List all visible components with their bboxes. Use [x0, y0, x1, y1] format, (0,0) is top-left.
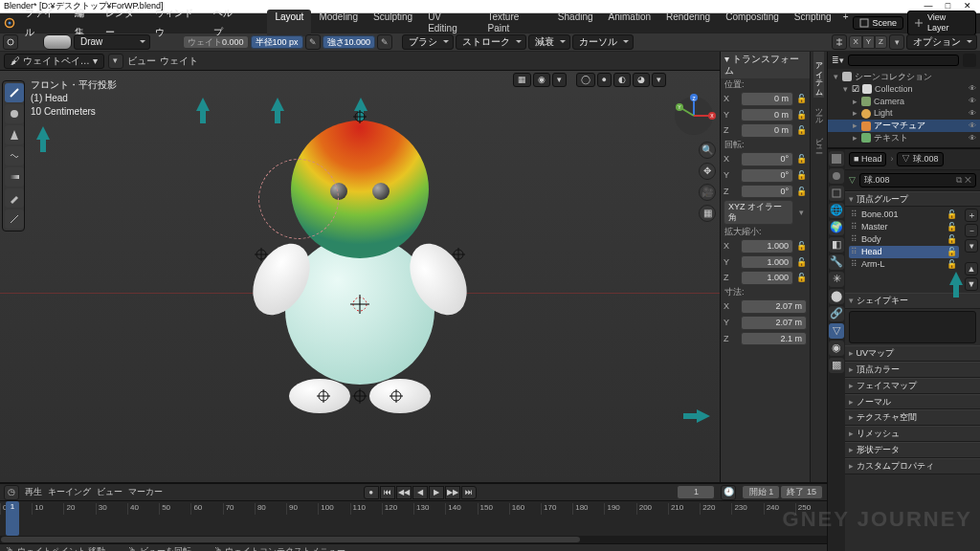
strength-field[interactable]: 強さ10.000 — [323, 35, 376, 50]
ws-uv[interactable]: UV Editing — [420, 10, 479, 36]
tool-draw-icon[interactable] — [5, 83, 24, 102]
outliner-search[interactable] — [848, 55, 959, 66]
scale-y[interactable]: 1.000 — [741, 255, 793, 270]
play-rev-icon[interactable]: ◀ — [412, 486, 428, 499]
tl-menu-keying[interactable]: キーイング — [48, 487, 91, 497]
panel-テクスチャ空間[interactable]: テクスチャ空間 — [845, 409, 980, 426]
ptab-viewlayer-icon[interactable] — [829, 186, 844, 201]
ptab-modifier-icon[interactable]: 🔧 — [829, 254, 844, 270]
lock-icon[interactable]: 🔓 — [795, 94, 807, 104]
ws-modeling[interactable]: Modeling — [311, 10, 366, 36]
stroke-menu[interactable]: ストローク — [456, 34, 526, 50]
ws-rendering[interactable]: Rendering — [658, 10, 718, 36]
shading-matprev-icon[interactable]: ◐ — [613, 73, 631, 87]
node-armature[interactable]: ▸アーマチュア👁 — [828, 120, 980, 132]
loc-x[interactable]: 0 m — [741, 92, 793, 106]
shading-wire-icon[interactable]: ◯ — [576, 73, 595, 87]
sym-z[interactable]: Z — [875, 35, 887, 49]
timeline-ruler[interactable]: 0102030405060708090100110120130140150160… — [0, 501, 827, 536]
panel-頂点カラー[interactable]: 頂点カラー — [845, 362, 980, 378]
nav-zoom-icon[interactable]: 🔍 — [699, 142, 716, 159]
node-text[interactable]: ▸テキスト👁 — [828, 132, 980, 144]
jump-last-icon[interactable]: ⏭ — [461, 486, 477, 499]
rot-y[interactable]: 0° — [741, 168, 793, 183]
shading-options-icon[interactable]: ▾ — [652, 73, 666, 87]
shading-solid-icon[interactable]: ● — [597, 73, 612, 87]
tool-sample-icon[interactable] — [5, 188, 24, 208]
ws-scripting[interactable]: Scripting — [787, 10, 839, 36]
jump-first-icon[interactable]: ⏮ — [380, 486, 395, 499]
brush-menu[interactable]: ブラシ — [402, 34, 454, 50]
vg-menu-icon[interactable]: ▾ — [965, 239, 978, 253]
mode-selector[interactable]: 🖌 ウェイトペイ… ▾ — [4, 54, 104, 69]
vg-head[interactable]: ⠿Head🔓 — [849, 246, 959, 258]
overlay-menu-icon[interactable]: ▾ — [552, 73, 567, 87]
radius-pressure-icon[interactable]: ✎ — [305, 34, 321, 50]
ws-shading[interactable]: Shading — [550, 10, 601, 36]
rot-z[interactable]: 0° — [741, 185, 793, 199]
panel-リメッシュ[interactable]: リメッシュ — [845, 426, 980, 442]
vg-remove-icon[interactable]: － — [965, 224, 978, 237]
sym-y[interactable]: Y — [862, 35, 875, 49]
ptab-output-icon[interactable] — [829, 168, 844, 184]
tl-menu-play[interactable]: 再生 — [25, 487, 42, 497]
prop-obj[interactable]: ■ Head — [849, 152, 886, 166]
node-camera[interactable]: ▸Camera👁 — [828, 96, 980, 108]
overlay-gizmo-icon[interactable]: ◉ — [533, 73, 550, 87]
vp-menu-weights[interactable]: ウェイト — [160, 55, 198, 67]
panel-UVマップ[interactable]: UVマップ — [845, 345, 980, 362]
eye-icon[interactable]: 👁 — [969, 84, 976, 94]
prop-data[interactable]: ▽ 球.008 — [897, 152, 943, 166]
lock-icon[interactable]: 🔓 — [947, 209, 957, 220]
loc-y[interactable]: 0 m — [741, 108, 793, 122]
loc-z[interactable]: 0 m — [741, 123, 793, 138]
panel-カスタムプロパティ[interactable]: カスタムプロパティ — [845, 458, 980, 474]
dim-x[interactable]: 2.07 m — [741, 299, 807, 314]
frame-start[interactable]: 開始 1 — [742, 485, 780, 499]
sym-x[interactable]: X — [849, 35, 861, 49]
playhead[interactable]: 1 — [6, 501, 19, 536]
next-key-icon[interactable]: ▶▶ — [445, 486, 460, 499]
3d-viewport[interactable]: 🖌 ウェイトペイ… ▾ ▾ ビュー ウェイト — [0, 52, 720, 482]
ws-add[interactable]: + — [839, 10, 853, 36]
nav-move-icon[interactable]: ✥ — [699, 163, 716, 180]
ws-layout[interactable]: Layout — [267, 10, 311, 36]
ptab-material-icon[interactable]: ◉ — [829, 341, 844, 356]
rot-x[interactable]: 0° — [741, 152, 793, 166]
blender-logo-icon[interactable] — [0, 13, 19, 33]
sym-options-icon[interactable]: ▾ — [889, 34, 904, 50]
vg-add-icon[interactable]: ＋ — [965, 209, 978, 222]
vg-moveup-icon[interactable]: ▲ — [965, 262, 978, 276]
tool-gradient-icon[interactable] — [5, 167, 24, 187]
ws-compositing[interactable]: Compositing — [718, 10, 787, 36]
ptab-texture-icon[interactable]: ▩ — [829, 358, 844, 373]
radius-field[interactable]: 半径100 px — [251, 35, 303, 50]
rot-mode[interactable]: XYZ オイラー角 — [724, 200, 793, 225]
shapekey-list[interactable] — [849, 311, 976, 343]
viewlayer-selector[interactable]: View Layer — [907, 11, 976, 35]
tool-blur-icon[interactable] — [5, 104, 24, 123]
weight-field[interactable]: ウェイト0.000 — [183, 35, 249, 50]
ptab-objdata-icon[interactable]: ▽ — [829, 323, 844, 339]
panel-ノーマル[interactable]: ノーマル — [845, 394, 980, 410]
overlay-selectability-icon[interactable]: ▦ — [513, 73, 531, 87]
mesh-datablock[interactable]: 球.008⧉ ✕ — [859, 173, 976, 187]
prev-key-icon[interactable]: ◀◀ — [396, 486, 412, 499]
node-scene[interactable]: ▾シーンコレクション — [828, 71, 980, 83]
tool-average-icon[interactable] — [5, 125, 24, 144]
timeline-scrollbar[interactable] — [0, 536, 827, 543]
ntab-view[interactable]: ビュー — [813, 126, 825, 155]
autokey-icon[interactable]: ● — [364, 486, 379, 499]
strength-pressure-icon[interactable]: ✎ — [377, 34, 392, 50]
node-light[interactable]: ▸Light👁 — [828, 107, 980, 120]
panel-フェイスマップ[interactable]: フェイスマップ — [845, 378, 980, 394]
ptab-scene-icon[interactable]: 🌐 — [829, 203, 844, 218]
ptab-constraints-icon[interactable]: 🔗 — [829, 306, 844, 321]
tool-smear-icon[interactable] — [5, 146, 24, 165]
scale-x[interactable]: 1.000 — [741, 239, 793, 253]
shapekey-header[interactable]: シェイプキー — [845, 293, 980, 309]
tl-menu-view[interactable]: ビュー — [97, 487, 122, 497]
vp-menu-view[interactable]: ビュー — [127, 55, 156, 67]
ws-animation[interactable]: Animation — [601, 10, 658, 36]
ptab-world-icon[interactable]: 🌍 — [829, 220, 844, 235]
